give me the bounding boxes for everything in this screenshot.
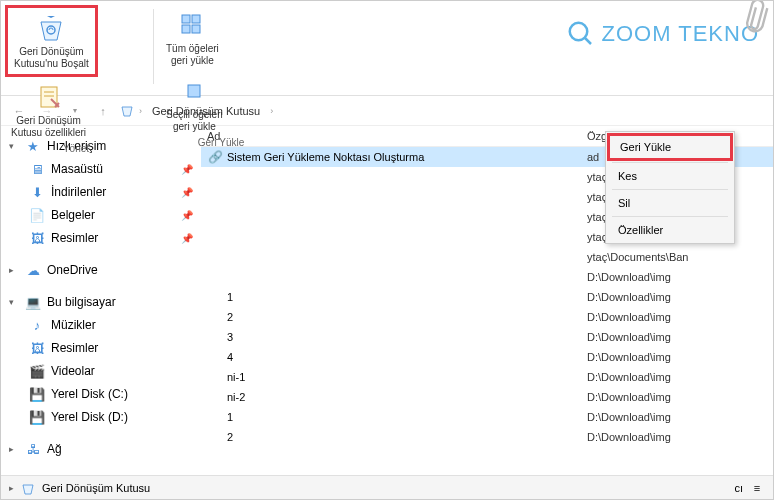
videos-icon: 🎬 <box>29 363 45 379</box>
sidebar-item-label: İndirilenler <box>51 185 106 199</box>
main-panel: ▾ ★ Hızlı erişim 🖥Masaüstü📌 ⬇İndirilenle… <box>1 126 773 475</box>
menu-item-label: Özellikler <box>618 224 663 236</box>
sidebar-item-label: Resimler <box>51 231 98 245</box>
sidebar-item-label: Resimler <box>51 341 98 355</box>
ribbon-label: geri yükle <box>171 55 214 66</box>
sidebar-item-pictures[interactable]: 🖼Resimler📌 <box>21 227 201 249</box>
file-row[interactable]: ni-1D:\Download\img <box>201 367 773 387</box>
music-icon: ♪ <box>29 317 45 333</box>
sidebar-item-music[interactable]: ♪Müzikler <box>21 314 201 336</box>
sidebar-item-pictures-pc[interactable]: 🖼Resimler <box>21 337 201 359</box>
sidebar-item-label: Müzikler <box>51 318 96 332</box>
sidebar-item-label: Masaüstü <box>51 162 103 176</box>
svg-point-9 <box>569 23 587 41</box>
empty-recycle-bin-button[interactable]: Geri DönüşümKutusu'nu Boşalt <box>5 5 98 77</box>
svg-rect-8 <box>188 85 200 97</box>
file-location: D:\Download\img <box>587 431 767 443</box>
restore-all-icon <box>176 9 208 41</box>
sidebar-item-onedrive[interactable]: ▸ ☁ OneDrive <box>1 259 201 281</box>
sidebar-item-label: OneDrive <box>47 263 98 277</box>
shortcut-icon: 🔗 <box>207 149 223 165</box>
sidebar-item-desktop[interactable]: 🖥Masaüstü📌 <box>21 158 201 180</box>
file-icon <box>207 389 223 405</box>
file-icon <box>207 409 223 425</box>
ribbon-group-label: Yönet <box>5 143 147 156</box>
file-row[interactable]: ytaç\Documents\Ban <box>201 247 773 267</box>
svg-rect-7 <box>192 25 200 33</box>
context-menu-cut[interactable]: Kes <box>608 165 732 187</box>
file-row[interactable]: 2D:\Download\img <box>201 427 773 447</box>
sidebar-item-this-pc[interactable]: ▾ 💻 Bu bilgisayar <box>1 291 201 313</box>
svg-line-10 <box>584 38 590 44</box>
file-icon <box>207 169 223 185</box>
navigation-sidebar: ▾ ★ Hızlı erişim 🖥Masaüstü📌 ⬇İndirilenle… <box>1 126 201 475</box>
file-location: D:\Download\img <box>587 371 767 383</box>
details-view-icon[interactable]: ≡ <box>749 480 765 496</box>
properties-icon <box>33 81 65 113</box>
ribbon-label: Seçili öğeleri <box>166 109 223 120</box>
pin-icon: 📌 <box>181 164 193 175</box>
file-row[interactable]: 3D:\Download\img <box>201 327 773 347</box>
sidebar-item-label: Videolar <box>51 364 95 378</box>
file-location: D:\Download\img <box>587 411 767 423</box>
sidebar-item-label: Ağ <box>47 442 62 456</box>
svg-rect-6 <box>182 25 190 33</box>
documents-icon: 📄 <box>29 207 45 223</box>
file-icon <box>207 209 223 225</box>
menu-item-label: Kes <box>618 170 637 182</box>
ribbon-label: Tüm öğeleri <box>166 43 219 54</box>
file-row[interactable]: 1D:\Download\img <box>201 407 773 427</box>
file-icon <box>207 429 223 445</box>
file-icon <box>207 189 223 205</box>
file-row[interactable]: D:\Download\img <box>201 267 773 287</box>
sidebar-item-local-disk-c[interactable]: 💾Yerel Disk (C:) <box>21 383 201 405</box>
up-button[interactable]: ↑ <box>91 99 115 123</box>
file-name: 1 <box>227 291 587 303</box>
sidebar-item-label: Yerel Disk (D:) <box>51 410 128 424</box>
context-menu-delete[interactable]: Sil <box>608 192 732 214</box>
context-menu-properties[interactable]: Özellikler <box>608 219 732 241</box>
svg-rect-4 <box>182 15 190 23</box>
recycle-bin-properties-button[interactable]: Geri DönüşümKutusu özellikleri <box>5 77 92 143</box>
context-menu-restore[interactable]: Geri Yükle <box>607 133 733 161</box>
sidebar-item-videos[interactable]: 🎬Videolar <box>21 360 201 382</box>
sidebar-item-downloads[interactable]: ⬇İndirilenler📌 <box>21 181 201 203</box>
file-row[interactable]: 2D:\Download\img <box>201 307 773 327</box>
file-location: ytaç\Documents\Ban <box>587 251 767 263</box>
svg-rect-5 <box>192 15 200 23</box>
restore-all-button[interactable]: Tüm öğelerigeri yükle <box>160 5 225 71</box>
ribbon-label: Kutusu özellikleri <box>11 127 86 138</box>
sidebar-item-local-disk-d[interactable]: 💾Yerel Disk (D:) <box>21 406 201 428</box>
context-menu-separator <box>612 162 728 163</box>
recycle-bin-icon <box>20 480 36 496</box>
file-icon <box>207 269 223 285</box>
status-icon-label: cı <box>734 482 743 494</box>
chevron-down-icon: ▾ <box>9 297 19 307</box>
sidebar-item-documents[interactable]: 📄Belgeler📌 <box>21 204 201 226</box>
network-icon: 🖧 <box>25 441 41 457</box>
context-menu: Geri Yükle Kes Sil Özellikler <box>605 131 735 244</box>
file-name: ni-1 <box>227 371 587 383</box>
column-header-name[interactable]: Ad <box>207 130 587 142</box>
file-location: D:\Download\img <box>587 391 767 403</box>
sidebar-item-label: Yerel Disk (C:) <box>51 387 128 401</box>
file-name: ni-2 <box>227 391 587 403</box>
file-row[interactable]: 4D:\Download\img <box>201 347 773 367</box>
sidebar-item-label: Belgeler <box>51 208 95 222</box>
file-row[interactable]: 1D:\Download\img <box>201 287 773 307</box>
watermark-logo: ZOOM TEKNO <box>566 19 760 49</box>
computer-icon: 💻 <box>25 294 41 310</box>
file-icon <box>207 309 223 325</box>
ribbon-label: Geri Dönüşüm <box>16 115 80 126</box>
disk-icon: 💾 <box>29 386 45 402</box>
pin-icon: 📌 <box>181 233 193 244</box>
file-name: 3 <box>227 331 587 343</box>
file-icon <box>207 349 223 365</box>
status-label: Geri Dönüşüm Kutusu <box>42 482 150 494</box>
chevron-right-icon: ▸ <box>9 483 14 493</box>
file-row[interactable]: ni-2D:\Download\img <box>201 387 773 407</box>
file-location: D:\Download\img <box>587 291 767 303</box>
desktop-icon: 🖥 <box>29 161 45 177</box>
cloud-icon: ☁ <box>25 262 41 278</box>
sidebar-item-network[interactable]: ▸ 🖧 Ağ <box>1 438 201 460</box>
